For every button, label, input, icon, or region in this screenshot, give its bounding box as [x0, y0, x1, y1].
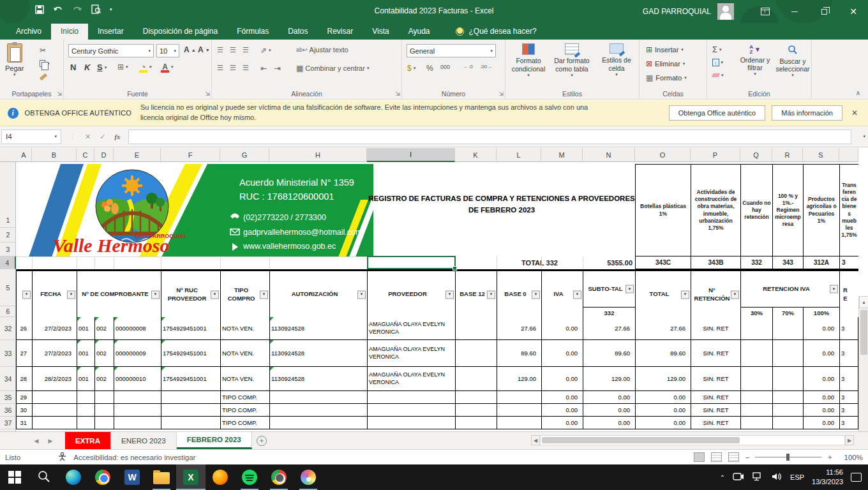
cell-33-e[interactable]: 000000009	[114, 340, 161, 366]
cell-33-q[interactable]	[740, 340, 772, 366]
align-middle-icon[interactable]: ☰	[230, 46, 236, 54]
align-bottom-icon[interactable]: ☰	[243, 46, 248, 54]
header-cell-base0[interactable]: BASE 0▼	[497, 271, 541, 318]
cell-34-fecha[interactable]: 28/2/2023	[32, 367, 77, 390]
cell-33-nn[interactable]: 89.60	[583, 340, 635, 366]
cell-33-r[interactable]	[772, 340, 803, 366]
zoom-slider-thumb[interactable]	[786, 454, 789, 461]
cell-32-k[interactable]	[455, 317, 497, 339]
cell-33-p[interactable]: SIN. RET	[691, 340, 740, 366]
column-header-F[interactable]: F	[161, 148, 220, 162]
header-cell-n_retencion[interactable]: N° RETENCIÓN▼	[691, 271, 740, 318]
ribbon-tab-disposici-n-de-p-gina[interactable]: Disposición de página	[133, 24, 227, 40]
ribbon-tab-datos[interactable]: Datos	[278, 24, 317, 40]
clear-icon[interactable]: ▾	[712, 73, 724, 78]
cut-icon[interactable]: ✂	[40, 46, 46, 55]
sheet-tab-enero-2023[interactable]: ENERO 2023	[111, 432, 177, 449]
scroll-right-icon[interactable]: ▶	[845, 435, 854, 445]
zoom-in-icon[interactable]: ＋	[827, 452, 834, 462]
ribbon-tab-archivo[interactable]: Archivo	[6, 24, 51, 40]
shrink-font-icon[interactable]: A▼	[198, 45, 210, 54]
taskbar-word[interactable]: W	[117, 464, 147, 490]
taskbar-explorer[interactable]	[147, 464, 176, 490]
cell-35-k[interactable]	[455, 391, 497, 403]
cell-32-q[interactable]	[740, 317, 772, 339]
row-header-5[interactable]: 5	[0, 269, 16, 306]
copy-icon[interactable]: ▾	[40, 60, 50, 67]
account-user-name[interactable]: GAD PARROQUIAL	[643, 7, 711, 16]
column-header-T[interactable]	[839, 148, 858, 162]
taskbar-search-button[interactable]	[29, 464, 59, 490]
taskbar-spotify[interactable]	[235, 464, 264, 490]
column-header-L[interactable]: L	[497, 148, 541, 162]
collapse-ribbon-icon[interactable]: ∧	[856, 89, 860, 96]
cell-36-g[interactable]: TIPO COMP.	[220, 404, 269, 416]
cell-32-f[interactable]: 1754929451001	[161, 317, 220, 339]
filter-icon[interactable]: ▼	[487, 290, 495, 299]
cell-32-l[interactable]: 27.66	[497, 317, 541, 339]
cell-37-c[interactable]	[77, 417, 94, 429]
row-header-34[interactable]: 34	[0, 367, 16, 391]
font-name-select[interactable]: Century Gothic▾	[68, 44, 154, 57]
font-color-icon[interactable]: A▾	[161, 63, 174, 71]
column-header-G[interactable]: G	[220, 148, 269, 162]
taskbar-paint[interactable]	[294, 464, 323, 490]
cell-35-t[interactable]: 3	[839, 391, 858, 403]
fill-icon[interactable]: ↓▾	[712, 59, 723, 66]
find-select-button[interactable]: Buscar y seleccionar▾	[775, 45, 811, 78]
cell-35-g[interactable]: TIPO COMP.	[220, 391, 269, 403]
cell-34-o[interactable]: 129.00	[635, 367, 691, 390]
cell-33-k[interactable]	[455, 340, 497, 366]
column-header-B[interactable]: B	[32, 148, 77, 162]
accessibility-status[interactable]: Accesibilidad: es necesario investigar	[73, 454, 195, 461]
column-header-N[interactable]: N	[583, 148, 635, 162]
cell-36-h[interactable]	[269, 404, 367, 416]
cell-35-f[interactable]	[161, 391, 220, 403]
category-code-T[interactable]: 3	[839, 256, 858, 269]
scroll-up-icon[interactable]: ▲	[859, 296, 868, 308]
italic-button[interactable]: K	[84, 63, 90, 72]
cell-36-m[interactable]: 0.00	[541, 404, 583, 416]
align-center-icon[interactable]: ☰	[230, 64, 236, 72]
column-header-C[interactable]: C	[77, 148, 94, 162]
cell-36-r[interactable]	[772, 404, 803, 416]
column-header-E[interactable]: E	[114, 148, 161, 162]
cell-35-r[interactable]	[772, 391, 803, 403]
comma-style-icon[interactable]: 000	[440, 64, 450, 70]
cell-33-a[interactable]: 27	[16, 340, 32, 366]
header-cell-base12[interactable]: BASE 12▼	[455, 271, 497, 318]
vertical-scrollbar[interactable]: ▲ ▼	[858, 296, 868, 431]
cell-35-i[interactable]	[367, 391, 455, 403]
increase-decimal-icon[interactable]: ←.0	[463, 64, 473, 70]
cell-34-nn[interactable]: 129.00	[583, 367, 635, 390]
taskbar-firefox[interactable]	[206, 464, 235, 490]
row-header-3[interactable]: 3	[0, 242, 16, 256]
page-layout-view-icon[interactable]	[711, 452, 722, 462]
cell-37-fecha[interactable]	[32, 417, 77, 429]
cell-36-f[interactable]	[161, 404, 220, 416]
header-cell-autorizacion[interactable]: AUTORIZACIÓN▼	[269, 271, 367, 318]
filter-icon[interactable]: ▼	[573, 290, 581, 299]
cell-36-e[interactable]	[114, 404, 161, 416]
get-genuine-office-button[interactable]: Obtenga Office auténtico	[669, 105, 766, 121]
format-as-table-button[interactable]: Dar formato como tabla▾	[550, 43, 594, 78]
align-top-icon[interactable]: ☰	[217, 46, 223, 54]
category-code-S[interactable]: 312A	[803, 256, 839, 269]
header-cell-index[interactable]: ▼	[16, 271, 32, 318]
cell-32-p[interactable]: SIN. RET	[691, 317, 740, 339]
network-icon[interactable]	[752, 472, 763, 483]
cell-32-e[interactable]: 000000008	[114, 317, 161, 339]
column-header-I[interactable]: I	[367, 148, 455, 162]
filter-icon[interactable]: ▼	[357, 290, 366, 299]
cell-37-d[interactable]	[94, 417, 114, 429]
tell-me-box[interactable]: ¿Qué desea hacer?	[456, 27, 536, 40]
cell-32-t[interactable]: 3	[839, 317, 858, 339]
row-header-36[interactable]: 36	[0, 404, 16, 417]
header-cell-comprobante[interactable]: Nº DE COMPROBANTE▼	[77, 271, 161, 318]
wrap-text-button[interactable]: ab↩Ajustar texto	[296, 46, 348, 54]
cell-37-t[interactable]: 3	[839, 417, 858, 429]
horizontal-scroll-thumb[interactable]	[542, 437, 740, 443]
hidden-icons-chevron[interactable]: ⌃	[720, 474, 725, 481]
clock[interactable]: 11:56 13/3/2023	[812, 468, 843, 487]
notification-center-icon[interactable]	[851, 473, 862, 482]
